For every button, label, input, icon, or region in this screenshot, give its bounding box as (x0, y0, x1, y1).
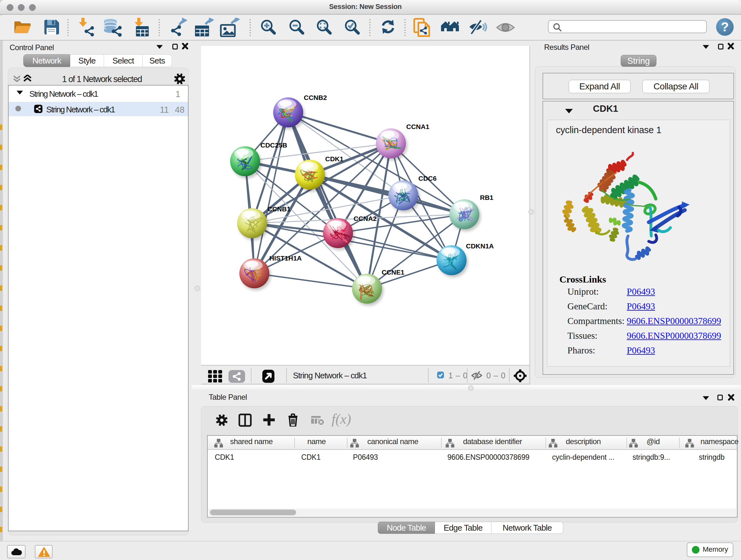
svg-text:CCNB2: CCNB2 (304, 94, 327, 101)
svg-text:CCNE1: CCNE1 (382, 268, 405, 276)
svg-text:CDK1: CDK1 (325, 155, 343, 163)
svg-text:CCNA1: CCNA1 (406, 123, 429, 130)
svg-text:CDC6: CDC6 (418, 175, 436, 182)
svg-text:HIST1H1A: HIST1H1A (269, 254, 302, 262)
svg-text:CCNA2: CCNA2 (354, 215, 377, 222)
svg-text:CDKN1A: CDKN1A (466, 242, 494, 250)
svg-text:CDC25B: CDC25B (260, 141, 287, 149)
svg-text:RB1: RB1 (480, 194, 493, 201)
svg-text:CCNB1: CCNB1 (267, 205, 291, 212)
